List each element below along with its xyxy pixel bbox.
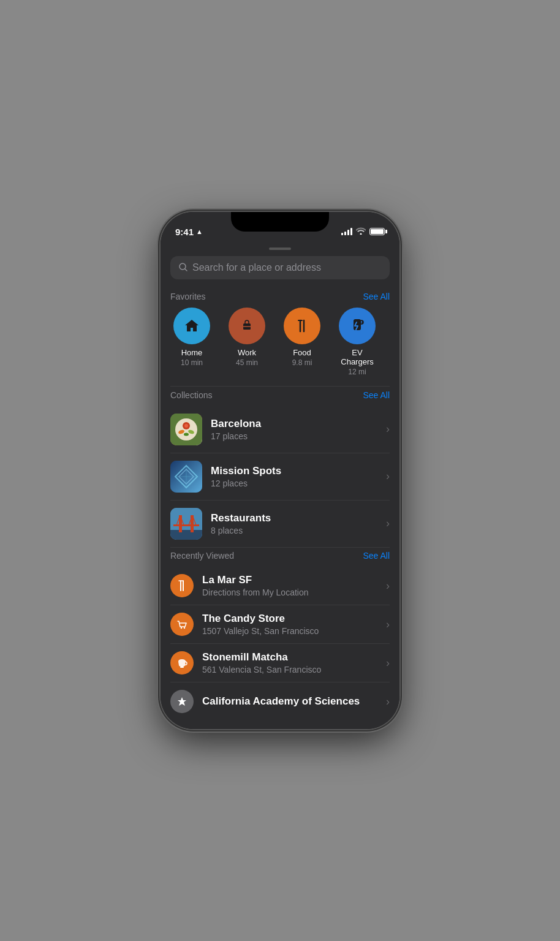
collection-mission[interactable]: Mission Spots 12 places › xyxy=(170,453,390,501)
signal-icon xyxy=(341,228,352,235)
status-icons xyxy=(341,227,385,236)
mission-info: Mission Spots 12 places xyxy=(211,465,377,488)
search-bar[interactable]: Search for a place or address xyxy=(170,256,390,279)
mission-thumb xyxy=(170,461,202,493)
svg-line-1 xyxy=(185,269,187,271)
collection-restaurants[interactable]: Restaurants 8 places › xyxy=(170,501,390,547)
screen: 9:41 ▲ xyxy=(161,212,399,729)
search-input[interactable]: Search for a place or address xyxy=(192,262,321,273)
barcelona-info: Barcelona 17 places xyxy=(211,418,377,441)
work-icon-circle xyxy=(229,308,265,344)
matcha-icon xyxy=(170,651,194,675)
collections-list: Barcelona 17 places › xyxy=(161,406,399,547)
collections-title: Collections xyxy=(170,390,212,400)
status-time: 9:41 ▲ xyxy=(175,227,203,237)
favorite-home[interactable]: Home 10 min xyxy=(170,308,213,376)
favorites-see-all[interactable]: See All xyxy=(363,292,390,301)
barcelona-name: Barcelona xyxy=(211,418,377,430)
ev-icon-circle xyxy=(339,308,376,344)
recently-viewed-title: Recently Viewed xyxy=(170,551,234,561)
chevron-icon-4: › xyxy=(386,580,390,592)
chevron-icon-5: › xyxy=(386,618,390,631)
recent-matcha[interactable]: Stonemill Matcha 561 Valencia St, San Fr… xyxy=(170,644,390,682)
chevron-icon-3: › xyxy=(386,517,390,530)
recently-viewed-header: Recently Viewed See All xyxy=(161,547,399,567)
academy-info: California Academy of Sciences xyxy=(202,695,377,708)
svg-point-39 xyxy=(184,627,185,629)
lamar-icon xyxy=(170,574,194,597)
restaurants-info: Restaurants 8 places xyxy=(211,512,377,535)
chevron-icon-2: › xyxy=(386,470,390,483)
svg-point-16 xyxy=(184,424,188,428)
food-icon-circle xyxy=(284,308,320,344)
favorites-scroll: Home 10 min Work 45 min xyxy=(161,308,399,386)
svg-rect-40 xyxy=(180,667,184,668)
restaurants-name: Restaurants xyxy=(211,512,377,524)
chevron-icon: › xyxy=(386,423,390,436)
recently-viewed-list: La Mar SF Directions from My Location › xyxy=(161,567,399,716)
svg-point-38 xyxy=(181,627,182,629)
matcha-name: Stonemill Matcha xyxy=(202,651,377,663)
chevron-icon-7: › xyxy=(386,695,390,708)
food-sublabel: 9.8 mi xyxy=(292,358,312,367)
notch xyxy=(231,212,329,232)
matcha-info: Stonemill Matcha 561 Valencia St, San Fr… xyxy=(202,651,377,675)
favorites-title: Favorites xyxy=(170,292,206,301)
lamar-info: La Mar SF Directions from My Location xyxy=(202,574,377,597)
collections-header: Collections See All xyxy=(161,387,399,406)
recent-academy[interactable]: California Academy of Sciences › xyxy=(170,682,390,716)
search-icon xyxy=(179,263,187,273)
home-icon-circle xyxy=(173,308,210,344)
svg-rect-27 xyxy=(170,530,202,540)
chevron-icon-6: › xyxy=(386,657,390,670)
academy-name: California Academy of Sciences xyxy=(202,695,377,708)
collections-see-all[interactable]: See All xyxy=(363,390,390,400)
battery-icon xyxy=(369,228,385,235)
favorite-ev[interactable]: EV Chargers 12 mi xyxy=(336,308,379,376)
pull-indicator xyxy=(161,243,399,252)
food-label: Food xyxy=(293,348,311,357)
favorites-header: Favorites See All xyxy=(161,288,399,308)
work-label: Work xyxy=(238,348,256,357)
collection-barcelona[interactable]: Barcelona 17 places › xyxy=(170,406,390,453)
svg-marker-41 xyxy=(178,697,186,706)
ev-label: EV Chargers xyxy=(336,348,379,366)
home-sublabel: 10 min xyxy=(181,358,203,367)
restaurants-thumb xyxy=(170,508,202,540)
candy-sub: 1507 Vallejo St, San Francisco xyxy=(202,626,377,636)
favorite-food[interactable]: Food 9.8 mi xyxy=(281,308,324,376)
lamar-name: La Mar SF xyxy=(202,574,377,586)
mission-count: 12 places xyxy=(211,478,377,488)
barcelona-thumb xyxy=(170,414,202,445)
home-label: Home xyxy=(181,348,203,357)
academy-icon xyxy=(170,690,194,713)
search-container: Search for a place or address xyxy=(161,252,399,288)
restaurants-count: 8 places xyxy=(211,526,377,535)
ev-sublabel: 12 mi xyxy=(348,368,366,376)
svg-point-19 xyxy=(184,433,189,436)
wifi-icon xyxy=(356,227,366,236)
content-area: Search for a place or address Favorites … xyxy=(161,243,399,729)
candy-icon xyxy=(170,613,194,636)
barcelona-count: 17 places xyxy=(211,431,377,441)
phone-frame: 9:41 ▲ xyxy=(161,212,399,729)
favorite-work[interactable]: Work 45 min xyxy=(225,308,268,376)
favorite-groceries[interactable]: Groc 13 m xyxy=(391,308,399,376)
recently-viewed-see-all[interactable]: See All xyxy=(363,551,390,561)
time-display: 9:41 xyxy=(175,227,194,237)
svg-rect-34 xyxy=(173,524,199,526)
candy-name: The Candy Store xyxy=(202,613,377,625)
lamar-sub: Directions from My Location xyxy=(202,588,377,597)
location-icon: ▲ xyxy=(196,228,203,235)
mission-name: Mission Spots xyxy=(211,465,377,477)
candy-info: The Candy Store 1507 Vallejo St, San Fra… xyxy=(202,613,377,636)
work-sublabel: 45 min xyxy=(236,358,258,367)
matcha-sub: 561 Valencia St, San Francisco xyxy=(202,665,377,675)
recent-lamar[interactable]: La Mar SF Directions from My Location › xyxy=(170,567,390,605)
recent-candy[interactable]: The Candy Store 1507 Vallejo St, San Fra… xyxy=(170,605,390,644)
